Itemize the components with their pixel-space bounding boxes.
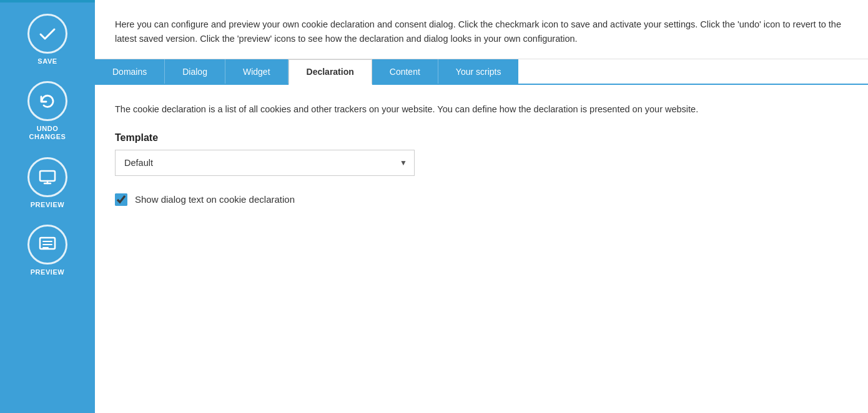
- undo-icon-circle: [27, 81, 67, 121]
- info-box: Here you can configure and preview your …: [95, 0, 868, 59]
- sidebar-item-save[interactable]: SAVE: [0, 9, 95, 70]
- undo-label-line1: UNDO CHANGES: [29, 125, 66, 141]
- tab-dialog[interactable]: Dialog: [165, 59, 225, 84]
- tab-your-scripts[interactable]: Your scripts: [438, 59, 519, 84]
- tab-widget[interactable]: Widget: [225, 59, 289, 84]
- template-label: Template: [115, 132, 848, 143]
- tab-declaration[interactable]: Declaration: [289, 59, 372, 85]
- template-select[interactable]: Default Custom: [115, 150, 415, 176]
- tab-domains[interactable]: Domains: [95, 59, 165, 84]
- preview-dialog-label: PREVIEW: [31, 268, 65, 276]
- tab-content[interactable]: Content: [372, 59, 438, 84]
- preview-monitor-icon-circle: [27, 157, 67, 197]
- tabs-bar: Domains Dialog Widget Declaration Conten…: [95, 59, 868, 85]
- show-dialog-label[interactable]: Show dialog text on cookie declaration: [135, 194, 295, 205]
- declaration-content: The cookie declaration is a list of all …: [95, 85, 868, 413]
- preview-monitor-label: PREVIEW: [31, 201, 65, 208]
- preview-dialog-icon-circle: [27, 225, 67, 265]
- sidebar-item-preview-monitor[interactable]: PREVIEW: [0, 152, 95, 213]
- template-field: Template Default Custom ▼: [115, 132, 848, 176]
- sidebar-item-preview-dialog[interactable]: PREVIEW: [0, 220, 95, 281]
- show-dialog-row: Show dialog text on cookie declaration: [115, 193, 848, 206]
- save-label: SAVE: [37, 57, 57, 65]
- svg-rect-0: [40, 171, 55, 181]
- show-dialog-checkbox[interactable]: [115, 193, 127, 206]
- main-content: Here you can configure and preview your …: [95, 0, 868, 413]
- info-text: Here you can configure and preview your …: [115, 17, 848, 46]
- sidebar-item-undo[interactable]: UNDO CHANGES: [0, 76, 95, 146]
- save-icon-circle: [27, 14, 67, 54]
- sidebar: SAVE UNDO CHANGES PREVIEW: [0, 0, 95, 413]
- declaration-description: The cookie declaration is a list of all …: [115, 102, 848, 117]
- template-select-wrapper: Default Custom ▼: [115, 150, 415, 176]
